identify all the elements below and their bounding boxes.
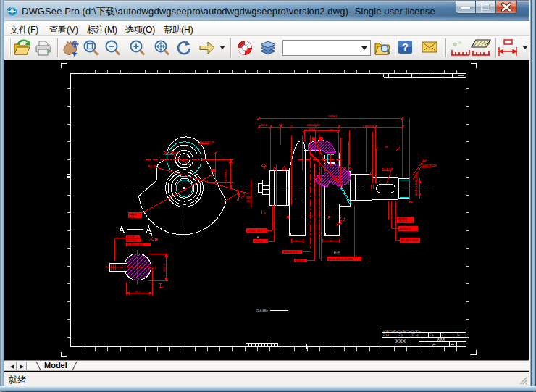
svg-text:▪▪▪▪: ▪▪▪▪ bbox=[412, 332, 416, 335]
svg-text:Ø43.6+0.1: Ø43.6+0.1 bbox=[284, 250, 298, 254]
svg-text:45: 45 bbox=[385, 145, 388, 149]
svg-text:M18×1.5-6g(D): M18×1.5-6g(D) bbox=[414, 174, 418, 196]
svg-text:Ø1:Ø2.5 M18: Ø1:Ø2.5 M18 bbox=[401, 238, 419, 242]
svg-text:XXX: XXX bbox=[437, 338, 445, 342]
svg-text:M6: M6 bbox=[246, 196, 251, 199]
svg-text:57.15±0.1: 57.15±0.1 bbox=[224, 169, 227, 183]
svg-text:1×45°Rz25: 1×45°Rz25 bbox=[421, 164, 437, 167]
svg-text:▪▪: ▪▪ bbox=[399, 332, 401, 335]
svg-text:C2: C2 bbox=[423, 158, 427, 162]
svg-text:30±0.1: 30±0.1 bbox=[308, 128, 318, 131]
svg-text:R1.77: R1.77 bbox=[148, 164, 156, 168]
svg-text:⌀b: ⌀b bbox=[409, 200, 413, 204]
svg-text:Ø44.5Rz25: Ø44.5Rz25 bbox=[163, 151, 180, 154]
svg-text:A: A bbox=[264, 212, 267, 215]
svg-text:▪: ▪ bbox=[457, 332, 458, 335]
svg-text:11.Ø10.3-Ø16: 11.Ø10.3-Ø16 bbox=[127, 243, 143, 246]
svg-text:E–FI: E–FI bbox=[334, 251, 340, 254]
svg-text:Z5: Z5 bbox=[105, 266, 108, 269]
svg-text:A–B: A–B bbox=[129, 216, 134, 219]
svg-text:A: A bbox=[256, 235, 259, 239]
svg-text:25.1: 25.1 bbox=[135, 290, 141, 293]
svg-text:▪▪▪: ▪▪▪ bbox=[383, 332, 385, 335]
svg-text:Ø29.5: Ø29.5 bbox=[162, 263, 166, 272]
svg-text:45°: 45° bbox=[279, 123, 284, 127]
svg-text:28: 28 bbox=[295, 240, 298, 243]
svg-text:Ø13Rz1: Ø13Rz1 bbox=[127, 239, 136, 242]
svg-text:▪▪: ▪▪ bbox=[442, 332, 443, 335]
svg-text:┴╌z┴╌╌┬z╌┬╌╌┬╌z┬╌╌┬z╌┬╌z╌┬: ┴╌z┴╌╌┬z╌┬╌╌┬╌z┬╌╌┬z╌┬╌z╌┬ bbox=[382, 330, 421, 333]
svg-text:Ø25 j6: Ø25 j6 bbox=[254, 239, 264, 243]
svg-text:√Rz1.6: √Rz1.6 bbox=[398, 220, 407, 223]
svg-text:Ø43m6: Ø43m6 bbox=[295, 259, 305, 262]
svg-text:Ce1.66: Ce1.66 bbox=[382, 167, 393, 171]
svg-text:Ø70±0.019: Ø70±0.019 bbox=[248, 229, 263, 233]
svg-text:R0.8/Rz25: R0.8/Rz25 bbox=[200, 141, 215, 144]
svg-text:28: 28 bbox=[330, 240, 332, 243]
svg-text:Ø⎔0.025 A–B⎔M6: Ø⎔0.025 A–B⎔M6 bbox=[328, 257, 353, 261]
svg-text:5.TYP: 5.TYP bbox=[127, 235, 135, 238]
svg-text:72.5 8Rz: 72.5 8Rz bbox=[256, 309, 268, 312]
svg-text:A: A bbox=[263, 166, 266, 170]
svg-text:10.5: 10.5 bbox=[240, 192, 246, 199]
svg-text:XXX: XXX bbox=[395, 339, 406, 344]
svg-text:170±0.5: 170±0.5 bbox=[362, 125, 374, 128]
svg-text:C: C bbox=[432, 343, 436, 349]
svg-text:?: ? bbox=[402, 41, 409, 53]
svg-text:▪▪: ▪▪ bbox=[430, 332, 431, 335]
svg-text:30: 30 bbox=[246, 199, 250, 203]
svg-text:⊥0.1: ⊥0.1 bbox=[307, 215, 313, 218]
svg-text:77°: 77° bbox=[352, 126, 357, 130]
svg-text:180±0.25: 180±0.25 bbox=[306, 123, 320, 127]
svg-text:H: H bbox=[330, 128, 332, 132]
svg-text:30.6: 30.6 bbox=[261, 123, 267, 127]
svg-text:Ø25h6.2: Ø25h6.2 bbox=[399, 227, 411, 230]
svg-text:240±1: 240±1 bbox=[328, 114, 338, 118]
